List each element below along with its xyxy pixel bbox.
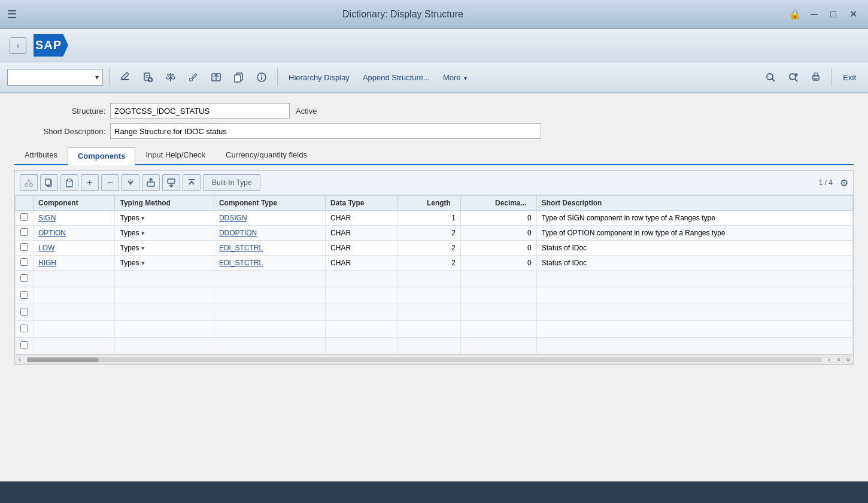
more-button[interactable]: More ▾: [438, 71, 472, 84]
svg-rect-39: [147, 182, 154, 186]
toolbar-dropdown[interactable]: ▾: [7, 69, 103, 86]
empty-short-desc: [536, 321, 852, 338]
row-typing-method: Types ▾: [115, 211, 214, 226]
tab-attributes[interactable]: Attributes: [14, 146, 68, 164]
move-top-button[interactable]: [183, 174, 201, 191]
insert-before-button[interactable]: [142, 174, 160, 191]
search-button[interactable]: [761, 68, 780, 87]
row-checkbox[interactable]: [20, 243, 28, 251]
toolbar-btn-7[interactable]: [252, 68, 271, 87]
th-typing-method: Typing Method: [115, 196, 214, 211]
empty-typing: [115, 304, 214, 321]
svg-marker-1: [122, 72, 129, 80]
structure-label: Structure:: [14, 107, 110, 116]
insert-after-button[interactable]: [162, 174, 180, 191]
search-icon: [765, 72, 776, 83]
structure-input[interactable]: [110, 103, 290, 119]
toolbar-separator-3: [831, 68, 832, 86]
table-row: SIGN Types ▾ DDSIGN CHAR 1 0 Type of SIG…: [16, 211, 853, 226]
exit-button[interactable]: Exit: [838, 71, 861, 84]
add-icon: +: [87, 178, 92, 187]
logo-bar: ‹ SAP: [0, 29, 868, 62]
tab-currency[interactable]: Currency/quantity fields: [216, 146, 317, 164]
paste-button[interactable]: [60, 174, 78, 191]
component-link[interactable]: HIGH: [38, 259, 56, 267]
typing-method-dropdown[interactable]: ▾: [141, 244, 145, 252]
component-type-link[interactable]: EDI_STCTRL: [219, 244, 263, 252]
hierarchy-display-button[interactable]: Hierarchy Display: [284, 71, 354, 84]
svg-point-30: [25, 184, 28, 187]
typing-method-dropdown[interactable]: ▾: [141, 229, 145, 237]
minimize-button[interactable]: ─: [807, 8, 821, 21]
toolbar-separator-1: [109, 68, 110, 86]
tab-input-help[interactable]: Input Help/Check: [135, 146, 216, 164]
empty-checkbox[interactable]: [20, 274, 28, 282]
move-down-button[interactable]: [122, 174, 139, 191]
copy-row-button[interactable]: [40, 174, 58, 191]
print-button[interactable]: [806, 68, 825, 87]
close-button[interactable]: ✕: [846, 7, 861, 21]
structure-row: Structure: Active: [14, 103, 854, 119]
move-top-icon: [187, 178, 196, 187]
back-button[interactable]: ‹: [10, 37, 26, 54]
toolbar-separator-2: [277, 68, 278, 86]
toolbar-btn-6[interactable]: [229, 68, 248, 87]
page-info: 1 / 4: [819, 178, 833, 187]
component-link[interactable]: LOW: [38, 244, 54, 252]
typing-method-dropdown[interactable]: ▾: [141, 259, 145, 267]
empty-checkbox[interactable]: [20, 291, 28, 299]
toolbar-btn-4[interactable]: [184, 68, 203, 87]
typing-method-dropdown[interactable]: ▾: [141, 214, 145, 222]
svg-point-20: [767, 74, 773, 80]
row-checkbox[interactable]: [20, 228, 28, 236]
empty-checkbox[interactable]: [20, 341, 28, 349]
component-type-link[interactable]: DDSIGN: [219, 214, 247, 222]
component-type-link[interactable]: EDI_STCTRL: [219, 259, 263, 267]
hamburger-icon[interactable]: ☰: [7, 8, 17, 21]
empty-checkbox[interactable]: [20, 308, 28, 316]
maximize-button[interactable]: □: [827, 8, 840, 21]
component-link[interactable]: OPTION: [38, 229, 66, 237]
toolbar-btn-3[interactable]: [161, 68, 180, 87]
scroll-far-left[interactable]: «: [834, 355, 843, 365]
title-bar-left: ☰: [7, 8, 17, 21]
info-icon: [256, 72, 267, 83]
row-checkbox[interactable]: [20, 213, 28, 221]
search-plus-icon: [788, 72, 799, 83]
empty-comp-type: [214, 287, 325, 304]
row-typing-method: Types ▾: [115, 241, 214, 256]
row-data-type: CHAR: [326, 241, 397, 256]
empty-component: [34, 271, 115, 287]
lock-icon: 🔒: [789, 8, 801, 20]
table-scroll[interactable]: Component Typing Method Component Type D…: [15, 195, 853, 354]
scroll-far-right[interactable]: »: [843, 355, 853, 365]
empty-checkbox-cell: [16, 287, 34, 304]
empty-checkbox[interactable]: [20, 325, 28, 332]
component-type-link[interactable]: DDOPTION: [219, 229, 257, 237]
delete-row-button[interactable]: −: [101, 174, 119, 191]
scroll-left-button[interactable]: ‹: [15, 355, 25, 365]
append-structure-button[interactable]: Append Structure...: [358, 71, 435, 84]
toolbar-btn-2[interactable]: [138, 68, 157, 87]
scroll-right-button[interactable]: ›: [824, 355, 834, 365]
add-row-button[interactable]: +: [81, 174, 99, 191]
built-in-type-button[interactable]: Built-In Type: [203, 174, 260, 191]
table-settings-button[interactable]: ⚙: [840, 177, 848, 189]
short-desc-input[interactable]: [110, 123, 541, 139]
empty-data-type: [326, 271, 397, 287]
cut-button[interactable]: [20, 174, 38, 191]
component-link[interactable]: SIGN: [38, 214, 56, 222]
row-checkbox[interactable]: [20, 258, 28, 266]
row-component-type: DDSIGN: [214, 211, 325, 226]
row-data-type: CHAR: [326, 256, 397, 271]
search-plus-button[interactable]: [784, 68, 803, 87]
window-title: Dictionary: Display Structure: [342, 9, 463, 20]
empty-checkbox-cell: [16, 304, 34, 321]
tab-components[interactable]: Components: [68, 147, 135, 165]
empty-typing: [115, 287, 214, 304]
toolbar-btn-5[interactable]: [207, 68, 226, 87]
toolbar-btn-1[interactable]: [116, 68, 135, 87]
row-component-type: DDOPTION: [214, 226, 325, 241]
th-component: Component: [34, 196, 115, 211]
horizontal-scrollbar[interactable]: ‹ › « »: [15, 354, 853, 364]
